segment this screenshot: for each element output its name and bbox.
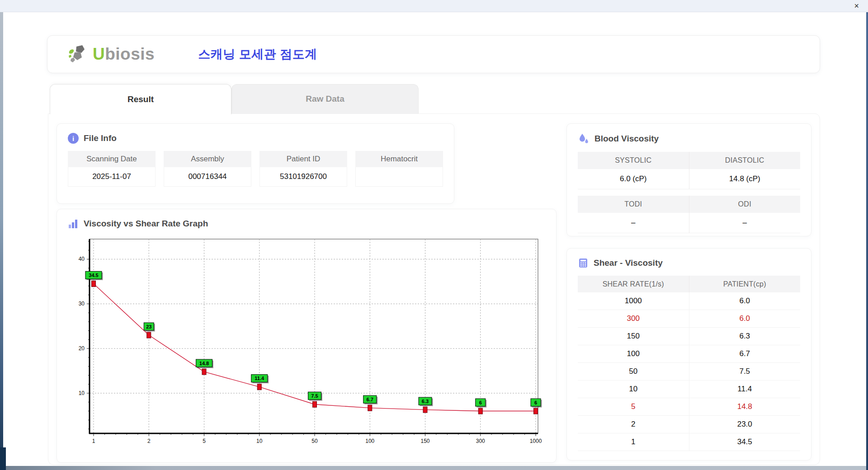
field-label: Scanning Date [68,151,156,167]
file-info-fields: Scanning Date2025-11-07Assembly000716344… [57,144,454,187]
blood-viscosity-group: TODIODI–– [578,196,800,233]
cell-shear-rate: 100 [578,345,689,362]
cell-shear-rate: 1000 [578,292,689,310]
svg-text:5: 5 [203,438,206,444]
field-label: Patient ID [259,151,347,167]
table-row: 223.0 [578,416,800,433]
shear-viscosity-rows: 10006.03006.01506.31006.7507.51011.4514.… [578,292,800,451]
table-row: 1506.3 [578,328,800,345]
graph-card: Viscosity vs Shear Rate Graph 1020304012… [57,209,557,463]
field-label: Hematocrit [355,151,443,167]
cell-shear-rate: 300 [578,310,689,327]
chart-area: 102030401251050100150300100034.52314.811… [69,235,556,451]
col-shear-rate: SHEAR RATE(1/s) [578,276,689,292]
table-row: 134.5 [578,433,800,451]
table-grid-icon [578,258,589,268]
field-value [355,167,443,187]
cell-shear-rate: 2 [578,416,689,433]
cell-patient: 23.0 [689,416,801,433]
field-value: 2025-11-07 [68,167,156,187]
app-window: { "window": { "close_label": "×" }, "hea… [0,0,868,470]
svg-text:6: 6 [534,400,537,405]
bv-header: SYSTOLIC [578,152,689,169]
table-row: 1006.7 [578,345,800,363]
svg-text:6: 6 [479,400,482,405]
window-titlebar: × [0,0,868,12]
table-row: 10006.0 [578,292,800,310]
shear-viscosity-card: Shear - Viscosity SHEAR RATE(1/s) PATIEN… [566,248,811,461]
table-row: 3006.0 [578,310,800,328]
cell-patient: 6.0 [689,292,801,310]
bv-header: ODI [689,196,801,213]
page-title: 스캐닝 모세관 점도계 [198,46,317,62]
cell-patient: 34.5 [689,433,801,451]
cell-patient: 11.4 [689,381,801,398]
cell-shear-rate: 1 [578,433,689,451]
svg-text:11.4: 11.4 [255,376,264,381]
cell-shear-rate: 50 [578,363,689,380]
logo-u: U [93,45,105,63]
file-info-field: Hematocrit [355,151,443,187]
desktop-edge-left [0,12,3,470]
shear-viscosity-table: SHEAR RATE(1/s) PATIENT(cp) 10006.03006.… [578,276,800,451]
desktop-edge-bottom [0,466,868,470]
svg-text:23: 23 [146,324,151,329]
cell-patient: 6.0 [689,310,801,327]
logo-wordmark: Ubiosis [93,45,155,64]
close-icon[interactable]: × [854,1,859,11]
svg-text:7.5: 7.5 [311,393,318,399]
desktop-edge-right [866,12,868,470]
graph-title: Viscosity vs Shear Rate Graph [84,219,208,229]
bv-header: TODI [578,196,689,213]
svg-text:30: 30 [79,301,85,307]
field-value: 000716344 [164,167,251,187]
svg-text:150: 150 [420,438,429,444]
cell-patient: 6.3 [689,328,801,345]
file-info-field: Patient ID53101926700 [259,151,347,187]
svg-text:100: 100 [365,438,374,444]
tab-result[interactable]: Result [50,84,231,114]
info-icon: i [68,133,79,144]
table-row: 507.5 [578,363,800,381]
file-info-title-row: i File Info [57,124,454,144]
cell-patient: 14.8 [689,398,801,415]
svg-text:14.8: 14.8 [199,361,209,366]
shear-viscosity-title: Shear - Viscosity [594,258,663,268]
file-info-field: Assembly000716344 [164,151,251,187]
field-label: Assembly [164,151,251,167]
svg-text:300: 300 [476,438,485,444]
col-patient: PATIENT(cp) [689,276,801,292]
svg-text:6.7: 6.7 [367,397,373,402]
cell-shear-rate: 5 [578,398,689,415]
blood-viscosity-group: SYSTOLICDIASTOLIC6.0 (cP)14.8 (cP) [578,152,800,189]
header-card: Ubiosis 스캐닝 모세관 점도계 [47,35,820,73]
blood-viscosity-title: Blood Viscosity [594,134,659,144]
bv-header: DIASTOLIC [689,152,801,169]
droplets-icon [578,133,590,145]
table-row: 1011.4 [578,381,800,398]
shear-viscosity-title-row: Shear - Viscosity [567,249,811,268]
svg-text:6.3: 6.3 [422,399,429,404]
field-value: 53101926700 [259,167,347,187]
tab-raw-data[interactable]: Raw Data [231,84,419,113]
cell-shear-rate: 10 [578,381,689,398]
file-info-field: Scanning Date2025-11-07 [68,151,156,187]
viscosity-shear-chart: 102030401251050100150300100034.52314.811… [69,235,542,449]
file-info-card: i File Info Scanning Date2025-11-07Assem… [57,123,454,204]
cell-shear-rate: 150 [578,328,689,345]
desktop-corner [0,447,6,470]
bv-value: – [689,213,801,233]
bar-chart-icon [68,218,79,229]
bv-value: 14.8 (cP) [689,169,801,189]
graph-title-row: Viscosity vs Shear Rate Graph [57,209,556,229]
svg-text:34.5: 34.5 [89,273,98,278]
svg-text:40: 40 [79,256,85,262]
table-row: 514.8 [578,398,800,416]
logo-rest: biosis [105,45,155,63]
svg-text:10: 10 [79,390,85,396]
svg-text:50: 50 [311,438,318,444]
svg-text:10: 10 [256,438,263,444]
cell-patient: 6.7 [689,345,801,362]
content-container: i File Info Scanning Date2025-11-07Assem… [48,113,820,465]
svg-text:1: 1 [92,438,95,444]
